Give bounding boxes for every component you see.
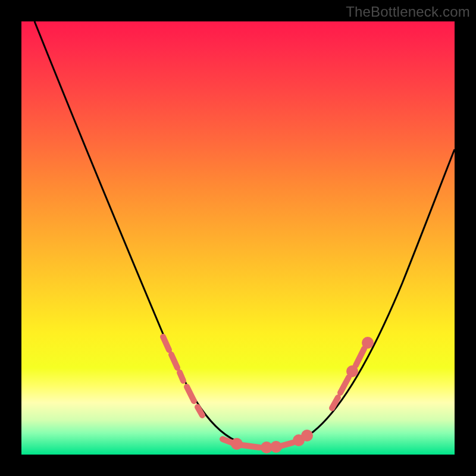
svg-line-16 <box>356 349 364 365</box>
svg-line-7 <box>242 445 259 447</box>
marker-cluster-right <box>332 340 371 408</box>
svg-line-0 <box>163 337 169 350</box>
svg-line-3 <box>187 387 194 401</box>
marker-cluster-floor <box>223 433 310 450</box>
svg-point-17 <box>365 340 371 346</box>
svg-line-10 <box>282 443 293 446</box>
marker-cluster-left <box>163 337 202 415</box>
curve-layer <box>21 21 455 455</box>
svg-point-15 <box>349 368 355 374</box>
svg-point-12 <box>304 433 310 439</box>
svg-line-4 <box>198 407 202 415</box>
svg-point-11 <box>296 437 302 443</box>
chart-frame: TheBottleneck.com <box>0 0 476 476</box>
svg-point-9 <box>273 444 279 450</box>
svg-line-1 <box>171 355 177 368</box>
svg-line-5 <box>223 439 232 443</box>
plot-area <box>21 21 455 455</box>
svg-point-8 <box>264 444 270 450</box>
svg-line-2 <box>180 372 183 381</box>
watermark-text: TheBottleneck.com <box>346 4 470 20</box>
bottleneck-curve <box>35 21 455 447</box>
